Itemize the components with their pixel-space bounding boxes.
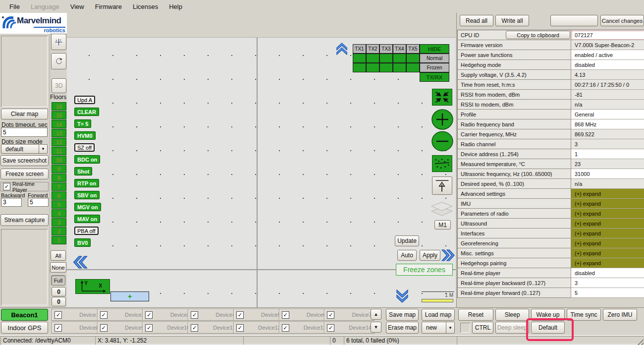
tx-header-tx3[interactable]: TX3 bbox=[379, 44, 393, 54]
tx-header-tx2[interactable]: TX2 bbox=[366, 44, 379, 54]
checkbox-icon[interactable]: ✓ bbox=[54, 311, 62, 319]
deep-sleep-button[interactable]: Deep sleep bbox=[495, 322, 529, 334]
floor-button-10[interactable]: 10 bbox=[52, 156, 66, 164]
realtime-player-checkbox[interactable]: ✓ bbox=[3, 183, 10, 190]
map-button-upd-a[interactable]: Upd A bbox=[74, 96, 95, 104]
param-value-hedgehog-mode[interactable]: disabled bbox=[571, 60, 644, 70]
map-button-rtp-on[interactable]: RTP on bbox=[74, 179, 99, 187]
floors-all-button[interactable]: All bbox=[51, 250, 66, 261]
device-toggle-device9[interactable]: ✓Device9 bbox=[97, 322, 148, 334]
auto-button[interactable]: Auto bbox=[397, 250, 417, 261]
save-screenshot-button[interactable]: Save screenshot bbox=[0, 155, 49, 166]
fit-to-view-button[interactable] bbox=[432, 89, 452, 106]
floor-button-3[interactable]: 3 bbox=[52, 218, 66, 227]
param-value-supply-voltage-v-3-5-4-2[interactable]: 4.13 bbox=[571, 70, 644, 80]
tx-cell-r2c3[interactable] bbox=[379, 54, 393, 63]
floors-zero-a-button[interactable]: 0 bbox=[52, 287, 66, 296]
menu-item-file[interactable]: File bbox=[4, 0, 25, 13]
map-button-t-5[interactable]: T= 5 bbox=[74, 119, 91, 128]
param-value-real-time-player-forward-0-127[interactable]: 5 bbox=[571, 288, 644, 298]
checkbox-icon[interactable]: ✓ bbox=[327, 311, 334, 319]
param-value-real-time-player[interactable]: disabled bbox=[571, 268, 644, 278]
device-toggle-device10[interactable]: ✓Device10 bbox=[142, 322, 193, 334]
default-button[interactable]: Default bbox=[531, 322, 565, 334]
add-submap-button[interactable]: + bbox=[110, 291, 149, 301]
double-chevron-down-icon[interactable] bbox=[395, 289, 409, 303]
sleep-button[interactable]: Sleep bbox=[495, 309, 529, 321]
floor-button-12[interactable]: 12 bbox=[52, 138, 66, 146]
checkbox-icon[interactable]: ✓ bbox=[236, 311, 244, 319]
checkbox-icon[interactable]: ✓ bbox=[282, 324, 289, 332]
map-button-sz-off[interactable]: SZ off bbox=[74, 143, 95, 152]
double-chevron-left-icon[interactable] bbox=[72, 255, 88, 270]
param-value-parameters-of-radio[interactable]: (+) expand bbox=[571, 209, 644, 219]
checkbox-icon[interactable]: ✓ bbox=[145, 324, 153, 332]
map-select[interactable]: new ▼ bbox=[422, 322, 455, 334]
map-button-mav-on[interactable]: MAV on bbox=[74, 215, 100, 223]
rotate-tool-button[interactable] bbox=[51, 53, 66, 69]
floor-button-7[interactable]: 7 bbox=[52, 182, 66, 191]
tx-cell-r2c4[interactable] bbox=[393, 54, 406, 63]
freeze-zones-button[interactable]: Freeze zones bbox=[396, 264, 453, 276]
param-value-ultrasonic-frequency-hz-100-65000[interactable]: 31000 bbox=[571, 169, 644, 179]
device-toggle-device3[interactable]: ✓Device3 bbox=[142, 309, 193, 321]
device-toggle-device4[interactable]: ✓Device4 bbox=[188, 309, 238, 321]
wake-up-button[interactable]: Wake up bbox=[531, 309, 565, 321]
cancel-changes-button[interactable]: Cancel changes bbox=[600, 15, 644, 26]
tx-cell-r3c5[interactable] bbox=[406, 63, 420, 72]
menu-item-help[interactable]: Help bbox=[163, 0, 188, 13]
tx-cell-r3c1[interactable] bbox=[353, 63, 366, 72]
floor-button-15[interactable]: 15 bbox=[52, 111, 66, 119]
param-value-real-time-player-backward-0-127[interactable]: 3 bbox=[571, 278, 644, 288]
erase-map-button[interactable]: Erase map bbox=[386, 322, 419, 334]
floors-zero-b-button[interactable]: 0 bbox=[52, 297, 66, 306]
checkbox-icon[interactable]: ✓ bbox=[191, 311, 198, 319]
floor-button-14[interactable]: 14 bbox=[52, 120, 66, 128]
param-value-ultrasound[interactable]: (+) expand bbox=[571, 219, 644, 229]
param-value-cpu-id[interactable]: 072127 bbox=[571, 30, 644, 40]
zoom-in-button[interactable] bbox=[431, 109, 454, 130]
floor-button-16[interactable]: 16 bbox=[52, 102, 66, 111]
floor-button-4[interactable]: 4 bbox=[52, 209, 66, 218]
tx-header-tx4[interactable]: TX4 bbox=[393, 44, 406, 54]
param-value-power-save-functions[interactable]: enabled / active bbox=[571, 50, 644, 60]
menu-item-view[interactable]: View bbox=[65, 0, 90, 13]
tx-hide-button[interactable]: HIDE bbox=[420, 44, 449, 54]
device-toggle-device1[interactable]: ✓Device1 bbox=[52, 309, 102, 321]
param-value-georeferencing[interactable]: (+) expand bbox=[571, 238, 644, 248]
tx-cell-r3c2[interactable] bbox=[366, 63, 379, 72]
param-value-misc-settings[interactable]: (+) expand bbox=[571, 248, 644, 258]
tx-frozen-button[interactable]: Frozen bbox=[420, 63, 449, 72]
floor-button-5[interactable]: 5 bbox=[52, 200, 66, 209]
load-map-button[interactable]: Load map bbox=[422, 309, 455, 321]
map-button-hvm0[interactable]: HVM0 bbox=[74, 131, 96, 140]
device-toggle-device2[interactable]: ✓Device2 bbox=[97, 309, 148, 321]
zoom-out-button[interactable] bbox=[431, 131, 454, 152]
param-value-imu[interactable]: (+) expand bbox=[571, 199, 644, 209]
device-toggle-device6[interactable]: ✓Device6 bbox=[279, 309, 329, 321]
clear-map-button[interactable]: Clear map bbox=[1, 109, 48, 119]
ctrl-checkbox[interactable] bbox=[460, 323, 470, 333]
3d-view-button[interactable]: 3D bbox=[52, 78, 66, 93]
floors-none-button[interactable]: None bbox=[50, 262, 66, 273]
map-button-shot[interactable]: Shot bbox=[74, 167, 92, 175]
floor-button-8[interactable]: 8 bbox=[52, 173, 66, 182]
floor-button-1[interactable]: 1 bbox=[52, 236, 66, 244]
map-canvas[interactable]: Upd ACLEART= 5HVM0SZ offBDC onShotRTP on… bbox=[67, 37, 456, 308]
dots-size-mode-select[interactable]: default ▼ bbox=[1, 144, 48, 154]
floor-button-13[interactable]: 13 bbox=[52, 129, 66, 137]
device-toggle-device11[interactable]: ✓Device11 bbox=[188, 322, 238, 334]
blank-button[interactable] bbox=[550, 15, 598, 26]
read-all-button[interactable]: Read all bbox=[460, 15, 493, 26]
save-map-button[interactable]: Save map bbox=[386, 309, 419, 321]
devices-scroll-up-button[interactable]: ▲ bbox=[371, 309, 381, 320]
param-value-radio-channel[interactable]: 3 bbox=[571, 139, 644, 149]
layers-icon[interactable] bbox=[430, 201, 454, 219]
device-toggle-device12[interactable]: ✓Device12 bbox=[233, 322, 284, 334]
param-value-firmware-version[interactable]: V7.000i Super-Beacon-2 bbox=[571, 40, 644, 50]
param-value-profile[interactable]: General bbox=[571, 110, 644, 119]
beacon-tab[interactable]: Beacon1 bbox=[1, 309, 48, 321]
menu-item-licenses[interactable]: Licenses bbox=[127, 0, 163, 13]
param-value-time-from-reset-h-m-s[interactable]: 00:27:16 / 17:25:50 / 0 bbox=[571, 80, 644, 90]
double-chevron-right-icon[interactable] bbox=[441, 248, 455, 262]
